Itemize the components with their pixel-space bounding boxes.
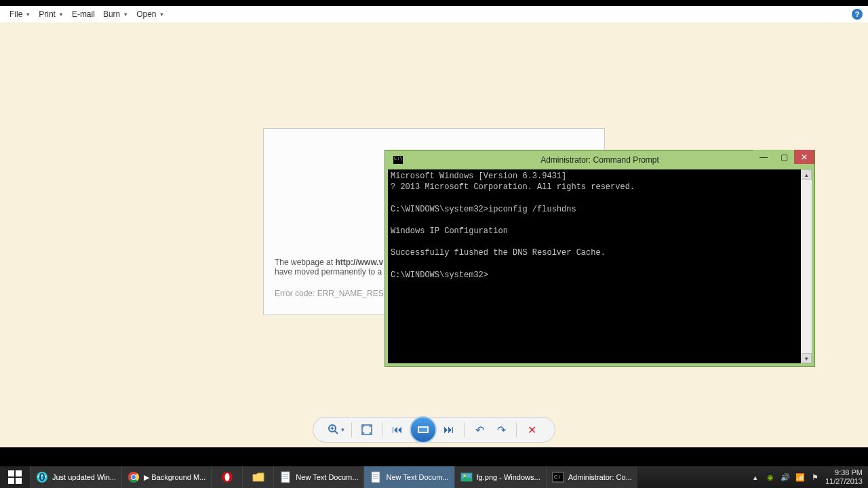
caret-icon: ▼ — [159, 12, 165, 18]
network-icon[interactable]: 📶 — [795, 472, 805, 482]
taskbar-item-label: New Text Docum... — [386, 473, 448, 481]
scroll-up-icon[interactable]: ▴ — [802, 169, 812, 180]
menu-print[interactable]: Print▼ — [35, 9, 68, 19]
taskbar-clock[interactable]: 9:38 PM 11/27/2013 — [825, 468, 863, 485]
svg-line-1 — [335, 431, 338, 434]
system-tray: ▴ ◉ 🔊 📶 ⚑ 9:38 PM 11/27/2013 — [745, 466, 868, 488]
explorer-icon — [252, 471, 264, 483]
help-icon[interactable]: ? — [852, 9, 863, 20]
taskbar-item-label: New Text Docum... — [296, 473, 358, 481]
rotate-ccw-button[interactable]: ↶ — [470, 420, 489, 439]
menu-email[interactable]: E-mail — [68, 9, 99, 19]
slideshow-button[interactable] — [410, 416, 437, 443]
taskbar-item[interactable]: New Text Docum... — [273, 466, 363, 488]
action-center-icon[interactable]: ⚑ — [810, 472, 820, 482]
minimize-button[interactable]: — — [753, 150, 774, 164]
notepad-icon — [370, 471, 382, 483]
caret-icon: ▼ — [25, 12, 31, 18]
windows-logo-icon — [8, 470, 22, 484]
cmd-output[interactable]: Microsoft Windows [Version 6.3.9431] ? 2… — [388, 169, 801, 363]
taskbar-item[interactable]: fg.png - Windows... — [454, 466, 546, 488]
photo-viewer-menubar: File▼ Print▼ E-mail Burn▼ Open▼ ? — [0, 6, 868, 22]
caret-icon: ▼ — [58, 12, 64, 18]
fit-button[interactable] — [357, 420, 376, 439]
svg-rect-16 — [281, 472, 290, 483]
svg-rect-20 — [372, 472, 380, 483]
cmd-titlebar[interactable]: Administrator: Command Prompt — ▢ ✕ — [385, 150, 814, 169]
taskbar: Just updated Win...▶ Background M...New … — [0, 466, 868, 488]
taskbar-item[interactable] — [242, 466, 273, 488]
taskbar-item-label: Just updated Win... — [52, 473, 116, 481]
nvidia-icon[interactable]: ◉ — [766, 472, 775, 482]
rotate-cw-button[interactable]: ↷ — [492, 420, 511, 439]
taskbar-item[interactable]: New Text Docum... — [363, 466, 454, 488]
zoom-button[interactable]: ▼ — [327, 420, 346, 439]
taskbar-item-label: fg.png - Windows... — [477, 473, 540, 481]
ie-icon — [36, 471, 48, 483]
start-button[interactable] — [0, 466, 30, 488]
svg-point-13 — [132, 475, 136, 479]
svg-rect-6 — [419, 428, 427, 432]
taskbar-item[interactable] — [211, 466, 242, 488]
delete-button[interactable]: ✕ — [522, 420, 541, 439]
opera-icon — [221, 471, 233, 483]
error-body: The webpage at http://www.v have moved p… — [275, 258, 383, 277]
error-code: Error code: ERR_NAME_RES — [275, 289, 384, 298]
taskbar-item[interactable]: ▶ Background M... — [121, 466, 211, 488]
taskbar-item[interactable]: C:\Administrator: Co... — [546, 466, 637, 488]
photo-icon — [460, 471, 473, 483]
volume-icon[interactable]: 🔊 — [781, 472, 790, 482]
close-button[interactable]: ✕ — [794, 150, 814, 164]
maximize-button[interactable]: ▢ — [774, 150, 794, 164]
cmd-window-title: Administrator: Command Prompt — [540, 155, 659, 165]
cmd-scrollbar[interactable]: ▴ ▾ — [801, 169, 812, 363]
taskbar-item-label: Administrator: Co... — [568, 473, 632, 481]
tray-chevron-icon[interactable]: ▴ — [751, 472, 760, 482]
caret-icon: ▼ — [123, 12, 128, 18]
photo-viewer-controls: ▼ ⏮ ⏭ ↶ ↷ ✕ — [313, 417, 555, 443]
cmd-icon: C:\ — [552, 471, 564, 483]
cmd-body: Microsoft Windows [Version 6.3.9431] ? 2… — [388, 169, 812, 363]
chrome-icon — [127, 471, 140, 483]
scroll-down-icon[interactable]: ▾ — [802, 353, 812, 363]
command-prompt-window[interactable]: Administrator: Command Prompt — ▢ ✕ Micr… — [384, 150, 815, 367]
menu-open[interactable]: Open▼ — [132, 9, 168, 19]
svg-text:C:\: C:\ — [554, 474, 560, 479]
window-controls: — ▢ ✕ — [753, 150, 814, 164]
photo-viewer-canvas: This w The webpage at http://www.v have … — [0, 22, 868, 447]
previous-button[interactable]: ⏮ — [388, 420, 407, 439]
menu-file[interactable]: File▼ — [5, 9, 35, 19]
next-button[interactable]: ⏭ — [439, 420, 458, 439]
taskbar-item-label: ▶ Background M... — [144, 473, 205, 482]
svg-point-15 — [224, 473, 229, 481]
notepad-icon — [279, 471, 292, 483]
menu-burn[interactable]: Burn▼ — [99, 9, 132, 19]
cmd-icon — [393, 156, 403, 164]
taskbar-item[interactable]: Just updated Win... — [30, 466, 121, 488]
